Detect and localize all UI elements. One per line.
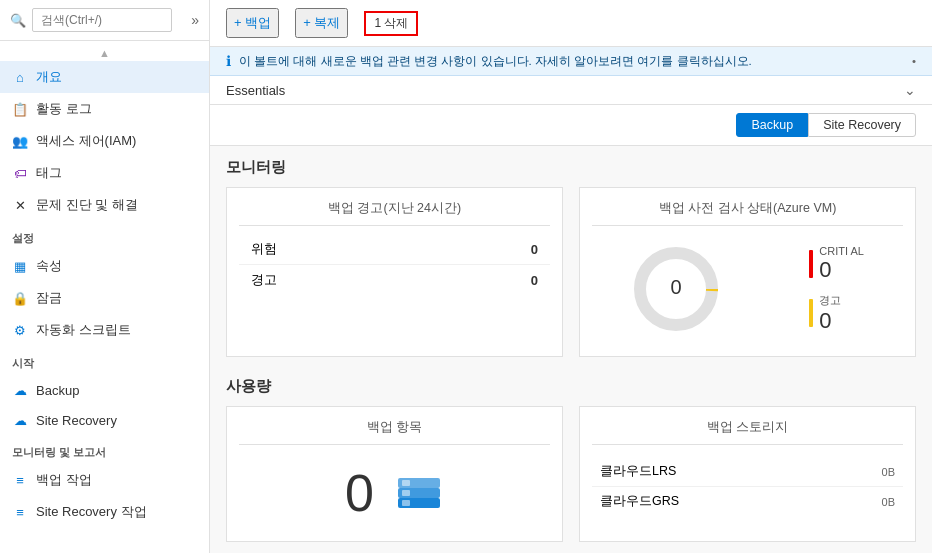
storage-grs-label: 클라우드GRS bbox=[600, 493, 679, 510]
alert-warning-value: 0 bbox=[531, 273, 538, 288]
cloud-recovery-icon: ☁ bbox=[12, 412, 28, 428]
storage-grs-row: 클라우드GRS 0B bbox=[592, 487, 903, 516]
usage-grid: 백업 항목 0 bbox=[226, 406, 916, 542]
tab-site-recovery[interactable]: Site Recovery bbox=[808, 113, 916, 137]
content-area: 모니터링 백업 경고(지난 24시간) 위험 0 경고 0 백업 사전 검사 상… bbox=[210, 146, 932, 553]
warning-label: 경고 bbox=[819, 293, 841, 308]
legend-warning: 경고 0 bbox=[809, 293, 864, 334]
storage-lrs-label: 클라우드LRS bbox=[600, 463, 676, 480]
critical-legend-content: CRITI AL 0 bbox=[819, 245, 864, 283]
storage-rows: 클라우드LRS 0B 클라우드GRS 0B bbox=[592, 457, 903, 516]
health-card-title: 백업 사전 검사 상태(Azure VM) bbox=[592, 200, 903, 226]
backup-storage-card-title: 백업 스토리지 bbox=[592, 419, 903, 445]
sidebar-item-properties-label: 속성 bbox=[36, 257, 62, 275]
monitoring-section-title: 모니터링 bbox=[226, 158, 916, 177]
tag-icon: 🏷 bbox=[12, 165, 28, 181]
search-input[interactable] bbox=[32, 8, 172, 32]
sidebar-item-locks-label: 잠금 bbox=[36, 289, 62, 307]
donut-area: 0 CRITI AL 0 경고 bbox=[592, 234, 903, 344]
people-icon: 👥 bbox=[12, 133, 28, 149]
db-stack-icon bbox=[394, 468, 444, 518]
sidebar-item-tags[interactable]: 🏷 태그 bbox=[0, 157, 209, 189]
sidebar-item-diagnose-label: 문제 진단 및 해결 bbox=[36, 196, 138, 214]
essentials-label: Essentials bbox=[226, 83, 285, 98]
sidebar-item-automation-label: 자동화 스크립트 bbox=[36, 321, 131, 339]
nav-list: ▲ ⌂ 개요 📋 활동 로그 👥 액세스 제어(IAM) 🏷 태그 ✕ 문제 진… bbox=[0, 41, 209, 553]
close-banner-icon[interactable]: • bbox=[912, 55, 916, 67]
alerts-card-title: 백업 경고(지난 24시간) bbox=[239, 200, 550, 226]
legend-area: CRITI AL 0 경고 0 bbox=[809, 245, 864, 334]
svg-text:0: 0 bbox=[671, 276, 682, 298]
tab-backup[interactable]: Backup bbox=[736, 113, 808, 137]
sidebar-item-diagnose[interactable]: ✕ 문제 진단 및 해결 bbox=[0, 189, 209, 221]
sidebar-item-iam-label: 액세스 제어(IAM) bbox=[36, 132, 136, 150]
home-icon: ⌂ bbox=[12, 69, 28, 85]
critical-label: CRITI AL bbox=[819, 245, 864, 257]
scroll-up-indicator: ▲ bbox=[0, 45, 209, 61]
sidebar-item-activity-log[interactable]: 📋 활동 로그 bbox=[0, 93, 209, 125]
section-label-settings: 설정 bbox=[0, 221, 209, 250]
sidebar: 🔍 » ▲ ⌂ 개요 📋 활동 로그 👥 액세스 제어(IAM) 🏷 태그 ✕ … bbox=[0, 0, 210, 553]
sidebar-item-locks[interactable]: 🔒 잠금 bbox=[0, 282, 209, 314]
alert-warning-row: 경고 0 bbox=[239, 265, 550, 295]
alerts-card: 백업 경고(지난 24시간) 위험 0 경고 0 bbox=[226, 187, 563, 357]
sidebar-item-automation[interactable]: ⚙ 자동화 스크립트 bbox=[0, 314, 209, 346]
sidebar-item-site-recovery-label: Site Recovery bbox=[36, 413, 117, 428]
main-content: + 백업 + 복제 1 삭제 ℹ 이 볼트에 대해 새로운 백업 관련 변경 사… bbox=[210, 0, 932, 553]
info-icon: ℹ bbox=[226, 53, 231, 69]
list-icon: ▦ bbox=[12, 258, 28, 274]
delete-button-label: 1 삭제 bbox=[374, 16, 408, 30]
collapse-icon[interactable]: » bbox=[191, 12, 199, 28]
backup-items-card-title: 백업 항목 bbox=[239, 419, 550, 445]
script-icon: ⚙ bbox=[12, 322, 28, 338]
backup-storage-card: 백업 스토리지 클라우드LRS 0B 클라우드GRS 0B bbox=[579, 406, 916, 542]
sr-jobs-icon: ≡ bbox=[12, 504, 28, 520]
backup-button-label: + 백업 bbox=[234, 14, 271, 32]
usage-section-title: 사용량 bbox=[226, 377, 916, 396]
alert-critical-row: 위험 0 bbox=[239, 234, 550, 265]
sidebar-item-backup[interactable]: ☁ Backup bbox=[0, 375, 209, 405]
monitoring-grid: 백업 경고(지난 24시간) 위험 0 경고 0 백업 사전 검사 상태(Azu… bbox=[226, 187, 916, 357]
cloud-backup-icon: ☁ bbox=[12, 382, 28, 398]
sidebar-item-iam[interactable]: 👥 액세스 제어(IAM) bbox=[0, 125, 209, 157]
health-card: 백업 사전 검사 상태(Azure VM) 0 CRITI AL 0 bbox=[579, 187, 916, 357]
tab-row: Backup Site Recovery bbox=[210, 105, 932, 146]
alert-critical-value: 0 bbox=[531, 242, 538, 257]
donut-chart: 0 bbox=[631, 244, 721, 334]
delete-button[interactable]: 1 삭제 bbox=[364, 11, 418, 36]
sidebar-item-backup-jobs[interactable]: ≡ 백업 작업 bbox=[0, 464, 209, 496]
essentials-bar: Essentials ⌄ bbox=[210, 76, 932, 105]
sidebar-item-overview-label: 개요 bbox=[36, 68, 62, 86]
backup-button[interactable]: + 백업 bbox=[226, 8, 279, 38]
sidebar-item-properties[interactable]: ▦ 속성 bbox=[0, 250, 209, 282]
sidebar-item-activity-log-label: 활동 로그 bbox=[36, 100, 92, 118]
sidebar-item-overview[interactable]: ⌂ 개요 bbox=[0, 61, 209, 93]
log-icon: 📋 bbox=[12, 101, 28, 117]
jobs-icon: ≡ bbox=[12, 472, 28, 488]
sidebar-item-backup-jobs-label: 백업 작업 bbox=[36, 471, 92, 489]
legend-critical: CRITI AL 0 bbox=[809, 245, 864, 283]
sidebar-item-site-recovery[interactable]: ☁ Site Recovery bbox=[0, 405, 209, 435]
section-label-monitoring: 모니터링 및 보고서 bbox=[0, 435, 209, 464]
warning-bar bbox=[809, 299, 813, 327]
svg-rect-7 bbox=[402, 490, 410, 496]
backup-items-content: 0 bbox=[239, 457, 550, 529]
svg-rect-6 bbox=[402, 500, 410, 506]
sidebar-item-sr-jobs-label: Site Recovery 작업 bbox=[36, 503, 147, 521]
search-bar: 🔍 » bbox=[0, 0, 209, 41]
info-banner: ℹ 이 볼트에 대해 새로운 백업 관련 변경 사항이 있습니다. 자세히 알아… bbox=[210, 47, 932, 76]
storage-lrs-value: 0B bbox=[882, 466, 895, 478]
svg-rect-8 bbox=[402, 480, 410, 486]
critical-bar bbox=[809, 250, 813, 278]
toolbar: + 백업 + 복제 1 삭제 bbox=[210, 0, 932, 47]
search-icon: 🔍 bbox=[10, 13, 26, 28]
warning-val: 0 bbox=[819, 308, 841, 334]
sidebar-item-sr-jobs[interactable]: ≡ Site Recovery 작업 bbox=[0, 496, 209, 528]
warning-legend-content: 경고 0 bbox=[819, 293, 841, 334]
storage-lrs-row: 클라우드LRS 0B bbox=[592, 457, 903, 487]
wrench-icon: ✕ bbox=[12, 197, 28, 213]
copy-button[interactable]: + 복제 bbox=[295, 8, 348, 38]
critical-val: 0 bbox=[819, 257, 864, 283]
alert-critical-label: 위험 bbox=[251, 240, 277, 258]
essentials-chevron-icon[interactable]: ⌄ bbox=[904, 82, 916, 98]
